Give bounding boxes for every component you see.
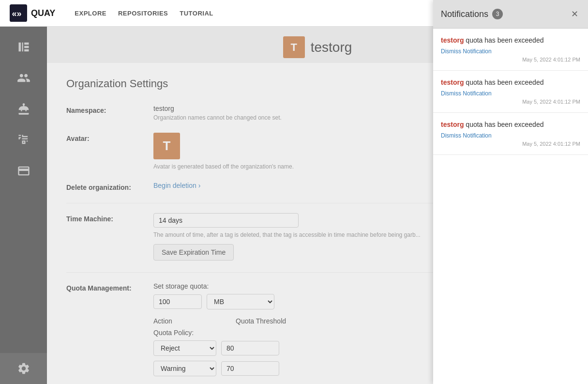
dismiss-button-2[interactable]: Dismiss Notification bbox=[441, 90, 492, 97]
notification-msg-1: quota has been exceeded bbox=[464, 36, 543, 44]
nav-tutorial[interactable]: TUTORIAL bbox=[180, 10, 213, 17]
notifications-title: Notifications 3 bbox=[441, 9, 503, 19]
nav-explore[interactable]: EXPLORE bbox=[75, 10, 106, 17]
notification-org-2: testorg bbox=[441, 78, 464, 86]
notification-item-2: testorg quota has been exceeded Dismiss … bbox=[433, 71, 588, 113]
notification-time-2: May 5, 2022 4:01:12 PM bbox=[441, 99, 580, 105]
notifications-badge: 3 bbox=[492, 9, 503, 19]
dismiss-button-1[interactable]: Dismiss Notification bbox=[441, 48, 492, 55]
notification-org-1: testorg bbox=[441, 36, 464, 44]
notification-text-2: testorg quota has been exceeded bbox=[441, 78, 580, 86]
notification-msg-2: quota has been exceeded bbox=[464, 78, 543, 86]
logo[interactable]: «» QUAY bbox=[10, 4, 55, 22]
logo-text: QUAY bbox=[31, 8, 55, 18]
notifications-panel: Notifications 3 ✕ testorg quota has been… bbox=[433, 0, 588, 384]
dismiss-button-3[interactable]: Dismiss Notification bbox=[441, 132, 492, 139]
notification-time-3: May 5, 2022 4:01:12 PM bbox=[441, 141, 580, 147]
notification-org-3: testorg bbox=[441, 121, 464, 128]
svg-text:«»: «» bbox=[12, 9, 22, 18]
notification-msg-3: quota has been exceeded bbox=[464, 121, 543, 128]
notification-text-1: testorg quota has been exceeded bbox=[441, 36, 580, 44]
notification-time-1: May 5, 2022 4:01:12 PM bbox=[441, 57, 580, 62]
notifications-close-button[interactable]: ✕ bbox=[569, 7, 580, 21]
notifications-header: Notifications 3 ✕ bbox=[433, 0, 588, 29]
notification-item-3: testorg quota has been exceeded Dismiss … bbox=[433, 113, 588, 155]
nav-repositories[interactable]: REPOSITORIES bbox=[118, 10, 168, 17]
overlay bbox=[0, 27, 433, 384]
notification-text-3: testorg quota has been exceeded bbox=[441, 121, 580, 128]
notifications-body: testorg quota has been exceeded Dismiss … bbox=[433, 29, 588, 384]
nav-links: EXPLORE REPOSITORIES TUTORIAL bbox=[75, 10, 213, 17]
notification-item-1: testorg quota has been exceeded Dismiss … bbox=[433, 29, 588, 71]
quay-logo-icon: «» bbox=[10, 4, 27, 22]
